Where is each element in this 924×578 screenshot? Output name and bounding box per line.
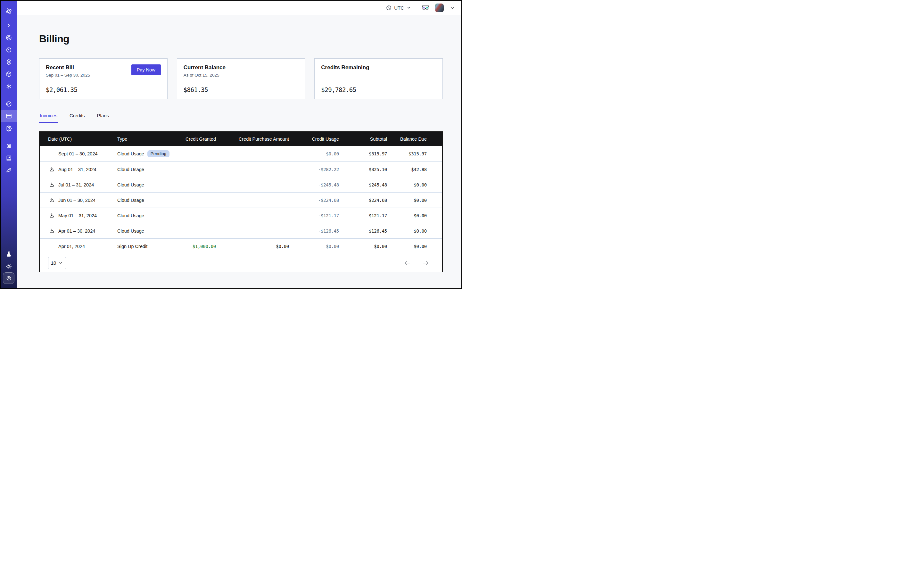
credits-remaining-card: Credits Remaining $29,782.65: [314, 58, 443, 99]
subtotal-cell: $325.10: [339, 167, 387, 172]
sidebar-item-billing-icon[interactable]: [1, 110, 17, 122]
invoice-type-cell: Cloud Usage: [117, 167, 185, 172]
tab-credits[interactable]: Credits: [69, 111, 86, 123]
invoice-type-cell: Cloud Usage: [117, 229, 185, 234]
clock-icon: [386, 5, 392, 11]
invoice-type: Cloud Usage: [117, 229, 144, 234]
credit-usage-cell: $0.00: [289, 244, 339, 249]
sidebar-item-observe-icon[interactable]: [1, 31, 17, 44]
sidebar-item-credits-dollar-badge-icon[interactable]: [3, 272, 15, 284]
page-size-select[interactable]: 10: [48, 257, 66, 269]
topbar: UTC: [17, 1, 461, 15]
pay-now-button[interactable]: Pay Now: [132, 64, 161, 75]
sidebar: [1, 1, 17, 288]
download-invoice-icon[interactable]: [49, 228, 54, 234]
invoice-period: Jul 01 – 31, 2024: [58, 182, 94, 187]
invoice-period: Aug 01 – 31, 2024: [58, 167, 96, 172]
billing-tabs: Invoices Credits Plans: [39, 111, 443, 123]
download-invoice-icon[interactable]: [49, 167, 54, 172]
credit-purchase-amount-cell: $0.00: [216, 244, 289, 249]
credit-granted-cell: $1,000.00: [185, 244, 216, 249]
3d-glasses-button[interactable]: [422, 5, 429, 10]
tab-plans[interactable]: Plans: [96, 111, 110, 123]
subtotal-cell: $0.00: [339, 244, 387, 249]
invoice-type-cell: Cloud Usage: [117, 213, 185, 218]
invoice-type: Cloud Usage: [117, 182, 144, 187]
recent-bill-card: Recent Bill Sep 01 – Sep 30, 2025 $2,061…: [39, 58, 167, 99]
status-badge: Pending: [148, 150, 170, 157]
table-row: May 01 – 31, 2024Cloud Usage-$121.17$121…: [40, 208, 442, 223]
table-header: Date (UTC) Type Credit Granted Credit Pu…: [40, 132, 442, 146]
card-subtitle: [321, 73, 436, 78]
table-body: Sept 01 – 30, 2024Cloud UsagePending$0.0…: [40, 146, 442, 254]
column-header-date: Date (UTC): [40, 136, 117, 141]
card-title: Current Balance: [184, 64, 299, 71]
card-subtitle: As of Oct 15, 2025: [184, 73, 299, 78]
download-slot-empty: [49, 244, 54, 249]
invoice-type-cell: Cloud UsagePending: [117, 150, 185, 157]
table-footer: 10: [40, 254, 442, 272]
prev-page-button[interactable]: [404, 260, 411, 266]
invoice-date-cell: Aug 01 – 31, 2024: [40, 167, 117, 172]
balance-due-cell: $0.00: [387, 198, 427, 203]
card-amount: $861.35: [184, 86, 299, 93]
balance-due-cell: $0.00: [387, 229, 427, 234]
credit-usage-cell: -$121.17: [289, 213, 339, 218]
pagination-controls: [404, 260, 429, 266]
subtotal-cell: $315.97: [339, 151, 387, 156]
invoice-type: Cloud Usage: [117, 213, 144, 218]
sidebar-item-helm-icon[interactable]: [1, 140, 17, 152]
download-invoice-icon[interactable]: [49, 197, 54, 203]
table-row: Jun 01 – 30, 2024Cloud Usage-$224.68$224…: [40, 192, 442, 208]
invoice-type: Sign Up Credit: [117, 244, 148, 249]
invoice-date-cell: Sept 01 – 30, 2024: [40, 151, 117, 157]
invoice-date-cell: Jun 01 – 30, 2024: [40, 197, 117, 203]
invoice-type: Cloud Usage: [117, 198, 144, 203]
balance-due-cell: $0.00: [387, 213, 427, 218]
sidebar-item-docs-book-icon[interactable]: [1, 152, 17, 164]
invoice-date-cell: Apr 01 – 30, 2024: [40, 228, 117, 234]
table-row: Apr 01, 2024Sign Up Credit$1,000.00$0.00…: [40, 239, 442, 254]
sidebar-item-cube-icon[interactable]: [1, 68, 17, 80]
timezone-label: UTC: [394, 5, 404, 11]
avatar[interactable]: [435, 3, 444, 12]
table-row: Aug 01 – 31, 2024Cloud Usage-$282.22$325…: [40, 161, 442, 177]
subtotal-cell: $121.17: [339, 213, 387, 218]
tab-invoices[interactable]: Invoices: [39, 111, 58, 123]
card-amount: $29,782.65: [321, 86, 436, 93]
chevron-down-icon: [58, 260, 63, 265]
sidebar-item-rocket-icon[interactable]: [1, 164, 17, 176]
logo-orbit-icon[interactable]: [1, 6, 17, 17]
invoice-type-cell: Sign Up Credit: [117, 244, 185, 249]
invoice-period: Apr 01 – 30, 2024: [58, 229, 95, 234]
theme-toggle-sun-icon[interactable]: [1, 260, 17, 272]
timezone-selector[interactable]: UTC: [386, 5, 411, 11]
subtotal-cell: $245.48: [339, 182, 387, 187]
main-content: Billing Recent Bill Sep 01 – Sep 30, 202…: [17, 15, 461, 288]
account-menu-chevron-icon[interactable]: [450, 5, 455, 11]
sidebar-divider: [1, 137, 17, 137]
sidebar-item-timer-icon[interactable]: [1, 44, 17, 56]
sidebar-collapse-chevron-icon[interactable]: [1, 19, 17, 31]
sidebar-item-flask-icon[interactable]: [1, 248, 17, 260]
balance-due-cell: $0.00: [387, 244, 427, 249]
download-invoice-icon[interactable]: [49, 182, 54, 188]
balance-due-cell: $0.00: [387, 182, 427, 187]
column-header-balance-due: Balance Due: [387, 136, 427, 141]
download-invoice-icon[interactable]: [49, 213, 54, 219]
balance-due-cell: $315.97: [387, 151, 427, 156]
invoice-type: Cloud Usage: [117, 151, 144, 156]
sidebar-item-layers-icon[interactable]: [1, 56, 17, 68]
card-amount: $2,061.35: [46, 86, 161, 93]
column-header-credit-granted: Credit Granted: [185, 136, 216, 141]
sidebar-item-settings-gear-icon[interactable]: [1, 122, 17, 134]
credit-usage-cell: -$245.48: [289, 182, 339, 187]
page-size-value: 10: [51, 260, 57, 266]
page-title: Billing: [39, 33, 443, 45]
sidebar-item-asterisk-icon[interactable]: [1, 80, 17, 92]
invoice-date-cell: Jul 01 – 31, 2024: [40, 182, 117, 188]
sidebar-item-usage-gauge-icon[interactable]: [1, 98, 17, 110]
next-page-button[interactable]: [422, 260, 429, 266]
column-header-type: Type: [117, 136, 185, 141]
sidebar-spacer: [1, 176, 17, 248]
